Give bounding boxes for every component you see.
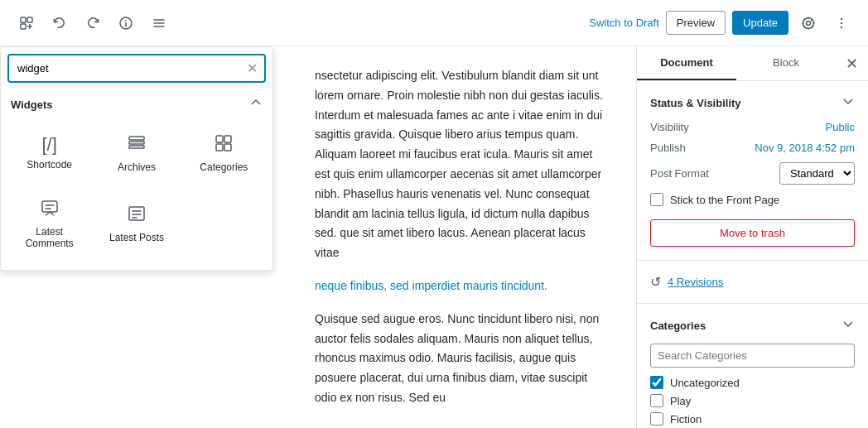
- preview-button[interactable]: Preview: [666, 11, 726, 35]
- category-fiction-checkbox[interactable]: [650, 412, 663, 426]
- status-visibility-section: Status & Visibility Visibility Public Pu…: [637, 81, 868, 261]
- publish-row: Publish Nov 9, 2018 4:52 pm: [650, 142, 855, 154]
- stick-to-front-checkbox[interactable]: [650, 193, 663, 206]
- category-play-label: Play: [670, 395, 691, 407]
- svg-rect-23: [42, 201, 57, 212]
- list-view-button[interactable]: [146, 10, 172, 36]
- more-options-button[interactable]: [828, 10, 855, 36]
- category-fiction: Fiction: [650, 412, 855, 426]
- main-layout: ✕ Widgets [/] Shortcode: [0, 46, 868, 428]
- categories-toggle[interactable]: [841, 317, 855, 334]
- category-uncategorized-label: Uncategorized: [670, 377, 740, 389]
- category-fiction-label: Fiction: [670, 413, 702, 426]
- tab-block[interactable]: Block: [736, 46, 836, 80]
- svg-rect-20: [224, 136, 231, 142]
- stick-to-front-label: Stick to the Front Page: [670, 194, 779, 206]
- category-play: Play: [650, 394, 855, 407]
- svg-rect-18: [129, 146, 144, 148]
- category-uncategorized-checkbox[interactable]: [650, 376, 663, 389]
- widgets-grid-row2: Latest Comments Latest Posts: [7, 187, 266, 260]
- svg-rect-19: [216, 136, 223, 142]
- categories-search-input[interactable]: [650, 344, 855, 368]
- widget-categories[interactable]: Categories: [182, 123, 266, 184]
- widgets-header: Widgets: [7, 89, 266, 123]
- archives-label: Archives: [118, 161, 156, 173]
- archives-icon: [127, 133, 147, 156]
- widget-shortcode[interactable]: [/] Shortcode: [7, 123, 91, 184]
- post-format-label: Post Format: [650, 167, 709, 180]
- svg-point-7: [125, 19, 127, 21]
- widget-latest-comments[interactable]: Latest Comments: [7, 187, 91, 260]
- visibility-value[interactable]: Public: [826, 121, 855, 133]
- toolbar: Switch to Draft Preview Update: [0, 0, 868, 46]
- settings-button[interactable]: [795, 10, 822, 36]
- editor-paragraph-3: Quisque sed augue eros. Nunc tincidunt l…: [315, 310, 603, 408]
- editor-paragraph-2: neque finibus, sed imperdiet mauris tinc…: [315, 277, 603, 296]
- switch-to-draft-button[interactable]: Switch to Draft: [589, 17, 659, 29]
- latest-comments-label: Latest Comments: [15, 226, 84, 249]
- category-play-checkbox[interactable]: [650, 394, 663, 407]
- editor-area: ✕ Widgets [/] Shortcode: [0, 46, 636, 428]
- status-visibility-title: Status & Visibility: [650, 97, 741, 109]
- svg-rect-2: [21, 24, 26, 29]
- publish-label: Publish: [650, 142, 686, 154]
- search-clear-button[interactable]: ✕: [240, 57, 264, 79]
- editor-content: nsectetur adipiscing elit. Vestibulum bl…: [315, 66, 603, 408]
- stick-to-front-row: Stick to the Front Page: [650, 193, 855, 206]
- sidebar-close-button[interactable]: ✕: [836, 48, 868, 79]
- redo-button[interactable]: [80, 10, 106, 36]
- svg-point-12: [803, 17, 814, 28]
- widgets-grid: [/] Shortcode Archives: [7, 123, 266, 184]
- latest-posts-label: Latest Posts: [109, 232, 164, 243]
- undo-button[interactable]: [46, 10, 73, 36]
- status-visibility-header: Status & Visibility: [650, 94, 855, 111]
- post-format-select[interactable]: Standard Aside Image Video Quote Link Ga…: [779, 162, 855, 185]
- editor-link[interactable]: neque finibus, sed imperdiet mauris tinc…: [315, 279, 547, 292]
- categories-title: Categories: [650, 320, 706, 332]
- svg-rect-22: [224, 144, 231, 151]
- move-to-trash-button[interactable]: Move to trash: [650, 219, 855, 247]
- categories-section: Categories Uncategorized Play Fiction Hu: [637, 304, 868, 428]
- sidebar-tabs: Document Block ✕: [637, 46, 868, 81]
- widgets-title: Widgets: [11, 99, 52, 111]
- widget-latest-posts[interactable]: Latest Posts: [94, 187, 178, 260]
- latest-posts-icon: [127, 204, 147, 227]
- categories-header: Categories: [650, 317, 855, 334]
- toolbar-left: [13, 10, 172, 36]
- svg-rect-1: [27, 17, 32, 22]
- svg-point-14: [841, 22, 842, 23]
- revisions-section: ↺ 4 Revisions: [637, 261, 868, 304]
- search-input-row: ✕: [7, 54, 266, 83]
- shortcode-icon: [/]: [41, 136, 56, 154]
- svg-point-11: [807, 21, 811, 25]
- sidebar: Document Block ✕ Status & Visibility Vis…: [636, 46, 868, 428]
- post-format-row: Post Format Standard Aside Image Video Q…: [650, 162, 855, 185]
- svg-rect-21: [216, 144, 223, 151]
- shortcode-label: Shortcode: [27, 159, 72, 171]
- svg-point-15: [841, 26, 842, 27]
- info-button[interactable]: [113, 10, 139, 36]
- widgets-section: Widgets [/] Shortcode: [1, 89, 272, 270]
- categories-label: Categories: [200, 161, 248, 173]
- categories-icon: [214, 133, 234, 156]
- svg-rect-0: [21, 17, 26, 22]
- widget-archives[interactable]: Archives: [94, 123, 178, 184]
- svg-rect-16: [129, 137, 144, 140]
- add-block-button[interactable]: [13, 10, 40, 36]
- svg-point-13: [841, 17, 842, 19]
- block-search-popup: ✕ Widgets [/] Shortcode: [0, 46, 273, 271]
- category-uncategorized: Uncategorized: [650, 376, 855, 389]
- block-search-input[interactable]: [9, 55, 240, 81]
- publish-value[interactable]: Nov 9, 2018 4:52 pm: [755, 142, 855, 154]
- tab-document[interactable]: Document: [637, 46, 736, 80]
- latest-comments-icon: [40, 198, 60, 221]
- toolbar-right: Switch to Draft Preview Update: [589, 10, 855, 36]
- status-visibility-toggle[interactable]: [841, 94, 855, 111]
- update-button[interactable]: Update: [732, 11, 788, 35]
- revisions-link[interactable]: 4 Revisions: [668, 276, 723, 288]
- revisions-icon: ↺: [650, 274, 661, 290]
- widgets-collapse-button[interactable]: [249, 96, 263, 113]
- visibility-row: Visibility Public: [650, 121, 855, 133]
- visibility-label: Visibility: [650, 121, 689, 133]
- revisions-row: ↺ 4 Revisions: [650, 274, 855, 290]
